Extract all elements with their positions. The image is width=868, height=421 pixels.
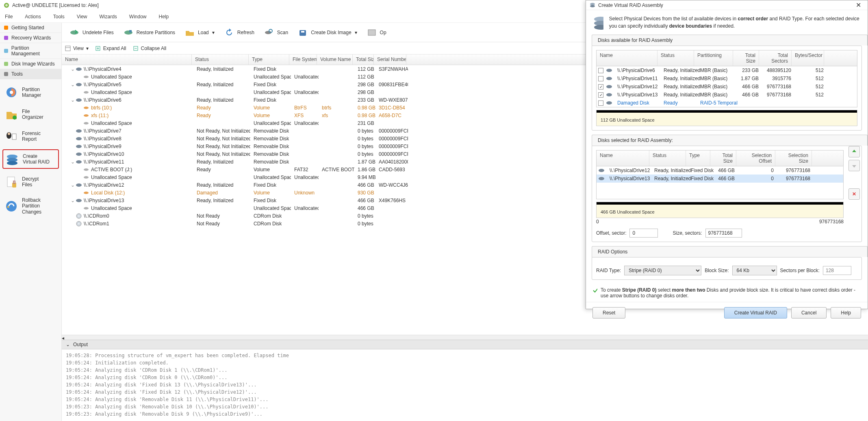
column-header[interactable]: Name <box>597 151 649 166</box>
column-header[interactable]: Type <box>249 55 289 65</box>
size-label: Size, sectors: <box>673 230 702 236</box>
column-header[interactable]: Status <box>658 50 694 66</box>
column-header[interactable]: Selection Offset <box>736 151 775 166</box>
move-down-button[interactable] <box>848 160 860 171</box>
svg-point-9 <box>13 116 17 120</box>
checkbox[interactable]: ✓ <box>598 92 603 98</box>
menu-file[interactable]: File <box>5 14 13 20</box>
close-icon[interactable]: ✕ <box>853 0 864 10</box>
disk-icon <box>606 67 612 74</box>
nav-tools[interactable]: Tools <box>0 69 61 79</box>
column-header[interactable]: Serial Number <box>374 55 406 65</box>
view-button[interactable]: View▾ <box>65 46 89 51</box>
svg-point-19 <box>70 31 78 35</box>
ovol-icon <box>83 112 89 119</box>
raid-type-label: RAID Type: <box>596 268 621 273</box>
available-disk-row[interactable]: ✓\\.\PhysicalDrive13Ready, InitializedMB… <box>597 91 857 99</box>
available-disk-row[interactable]: Damaged DiskReadyRAID-5 Temporal <box>597 99 857 107</box>
column-header[interactable]: Total Size <box>733 50 759 66</box>
column-header[interactable]: Status <box>649 151 686 166</box>
sectors-per-block-input[interactable] <box>823 266 851 275</box>
disk-icon <box>606 83 612 90</box>
nav-partition-management[interactable]: Partition Management <box>0 43 61 59</box>
checkbox[interactable] <box>598 76 603 81</box>
offset-input[interactable] <box>629 229 658 238</box>
column-header[interactable]: Status <box>192 55 249 65</box>
selected-disk-row[interactable]: \\.\PhysicalDrive12Ready, InitializedFix… <box>597 166 843 175</box>
menu-wizards[interactable]: Wizards <box>100 14 117 20</box>
horizontal-scrollbar[interactable]: ◂ <box>62 335 868 340</box>
restore-partitions-button[interactable]: Restore Partitions <box>119 26 180 39</box>
menu-help[interactable]: Help <box>159 14 169 20</box>
column-header[interactable]: Volume Name <box>317 55 353 65</box>
selected-disks-grid[interactable]: NameStatusTypeTotal SizeSelection Offset… <box>596 150 844 199</box>
create-disk-image-button[interactable]: Create Disk Image▾ <box>293 26 361 39</box>
move-up-button[interactable] <box>848 146 860 157</box>
tool-partition-manager[interactable]: PartitionManager <box>2 83 59 101</box>
remove-button[interactable]: ✕ <box>848 188 860 200</box>
block-size-select[interactable]: 64 Kb <box>732 266 777 275</box>
column-header[interactable]: Type <box>686 151 710 166</box>
checkbox[interactable] <box>598 68 603 73</box>
expand-toggle-icon[interactable]: ⌄ <box>71 82 76 87</box>
column-header[interactable]: File System <box>289 55 317 65</box>
expand-all-button[interactable]: Expand All <box>95 46 126 51</box>
menu-window[interactable]: Window <box>129 14 147 20</box>
nav-disk-image-wizards[interactable]: Disk Image Wizards <box>0 59 61 69</box>
column-header[interactable]: Total Size <box>710 151 736 166</box>
checkbox[interactable] <box>598 100 603 106</box>
dropdown-icon: ▾ <box>212 30 215 35</box>
column-header[interactable]: Partitioning <box>694 50 733 66</box>
column-header[interactable]: Total Sectors <box>759 50 792 66</box>
reset-button[interactable]: Reset <box>592 307 625 318</box>
svg-point-39 <box>84 107 89 109</box>
column-header[interactable]: Name <box>597 50 658 66</box>
collapse-all-button[interactable]: Collapse All <box>133 46 167 51</box>
tool-rollback-partition-changes[interactable]: RollbackPartition Changes <box>2 195 59 217</box>
cancel-button[interactable]: Cancel <box>791 307 827 318</box>
chevron-down-icon[interactable]: ⌄ <box>66 342 70 347</box>
help-button[interactable]: Help <box>831 307 861 318</box>
load-button[interactable]: Load▾ <box>180 26 219 39</box>
expand-toggle-icon[interactable]: ⌄ <box>71 159 76 165</box>
column-header[interactable]: Bytes/Sector <box>792 50 824 66</box>
available-disk-row[interactable]: \\.\PhysicalDrive11Ready, InitializedMBR… <box>597 74 857 83</box>
tool-forensic-report[interactable]: ForensicReport <box>2 127 59 145</box>
tab-raid-options[interactable]: RAID Options <box>592 246 868 257</box>
expand-toggle-icon[interactable]: ⌄ <box>71 198 76 203</box>
tool-decrypt-files[interactable]: DecryptFiles <box>2 173 59 191</box>
svg-rect-4 <box>4 49 8 53</box>
size-input[interactable] <box>705 229 742 238</box>
menu-view[interactable]: View <box>77 14 87 20</box>
menu-actions[interactable]: Actions <box>25 14 41 20</box>
expand-toggle-icon[interactable]: ⌄ <box>71 182 76 188</box>
nav-recovery-wizards[interactable]: Recovery Wizards <box>0 33 61 43</box>
refresh-button[interactable]: Refresh <box>220 26 259 39</box>
column-header[interactable]: Total Size <box>353 55 374 65</box>
tools-icon <box>3 71 9 77</box>
cd-icon <box>76 213 82 219</box>
log-line: 19:05:24: Analyzing disk 'CDRom Disk 1 (… <box>66 366 864 374</box>
raid-type-select[interactable]: Stripe (RAID 0) <box>624 266 701 275</box>
disk-icon <box>598 175 605 182</box>
tab-available-disks[interactable]: Disks available for RAID Assembly <box>592 35 868 46</box>
menu-tools[interactable]: Tools <box>53 14 65 20</box>
tool-file-organizer[interactable]: FileOrganizer <box>2 105 59 123</box>
checkbox[interactable]: ✓ <box>598 84 603 89</box>
nav-getting-started[interactable]: Getting Started <box>0 23 61 33</box>
undelete-files-button[interactable]: Undelete Files <box>65 26 118 39</box>
output-log[interactable]: 19:05:28: Processing structure of vm_exp… <box>62 349 868 421</box>
expand-toggle-icon[interactable]: ⌄ <box>71 66 76 72</box>
scan-button[interactable]: Scan <box>260 26 293 39</box>
open-button[interactable]: Op <box>362 26 391 39</box>
column-header[interactable]: Name <box>62 55 192 65</box>
available-disk-row[interactable]: \\.\PhysicalDrive6Ready, InitializedMBR … <box>597 66 857 74</box>
selected-disk-row[interactable]: \\.\PhysicalDrive13Ready, InitializedFix… <box>597 175 843 183</box>
available-disks-grid[interactable]: NameStatusPartitioningTotal SizeTotal Se… <box>596 50 857 107</box>
expand-toggle-icon[interactable]: ⌄ <box>71 97 76 103</box>
tab-selected-disks[interactable]: Disks selected for RAID Assembly: <box>592 135 868 146</box>
create-virtual-raid-button[interactable]: Create Virtual RAID <box>724 307 787 318</box>
tool-create-virtual-raid[interactable]: CreateVirtual RAID <box>2 149 59 169</box>
column-header[interactable]: Selection Size <box>775 151 812 166</box>
available-disk-row[interactable]: ✓\\.\PhysicalDrive12Ready, InitializedMB… <box>597 83 857 91</box>
